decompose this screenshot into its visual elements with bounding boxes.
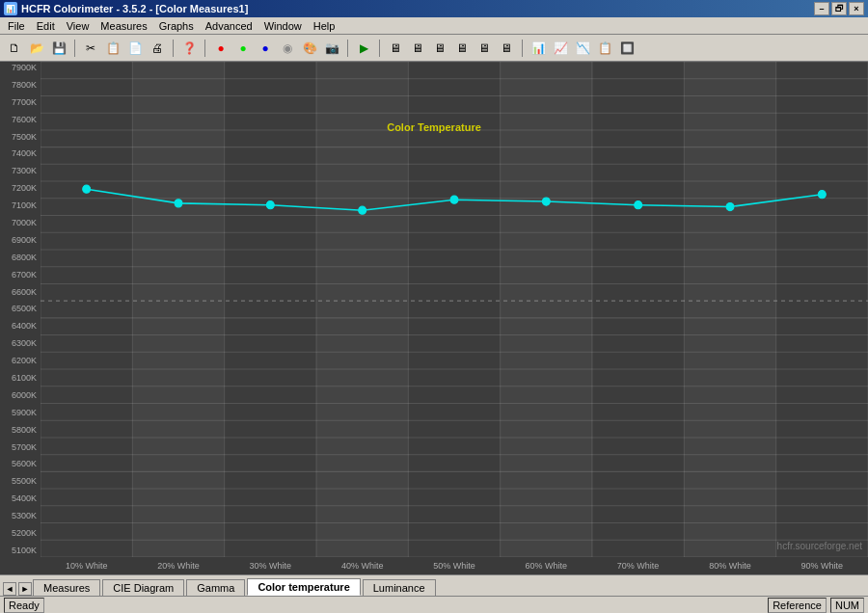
open-button[interactable]: 📂 [26,38,47,59]
title-bar: 📊 HCFR Colorimeter - 3.5.2 - [Color Meas… [0,0,868,17]
y-label-5100K: 5100K [2,546,39,555]
svg-point-44 [83,185,91,193]
toolbar-sep-2 [173,40,174,57]
display6-button[interactable]: 🖥 [496,38,517,59]
view5-button[interactable]: 🔲 [616,38,637,59]
tab-prev-button[interactable]: ◄ [3,582,16,596]
display3-button[interactable]: 🖥 [429,38,450,59]
svg-point-51 [726,202,734,210]
tab-cie-diagram[interactable]: CIE Diagram [102,579,184,596]
y-label-5600K: 5600K [2,460,39,468]
paste-button[interactable]: 📄 [124,38,146,59]
tab-bar: ◄ ► MeasuresCIE DiagramGammaColor temper… [0,574,868,596]
copy-button[interactable]: 📋 [102,38,123,59]
menu-item-window[interactable]: Window [258,18,308,34]
display1-button[interactable]: 🖥 [385,38,406,59]
view3-button[interactable]: 📉 [572,38,593,59]
x-label-8: 90% White [776,561,868,571]
status-reference: Reference [768,598,827,613]
y-label-7600K: 7600K [2,116,39,124]
x-label-4: 50% White [408,561,500,571]
status-num: NUM [830,598,864,613]
print-button[interactable]: 🖨 [147,38,168,59]
title-bar-buttons: – 🗗 × [814,2,864,15]
color5-button[interactable]: 🎨 [299,38,320,59]
save-button[interactable]: 💾 [48,38,69,59]
toolbar: 🗋 📂 💾 ✂ 📋 📄 🖨 ❓ ● ● ● ◉ 🎨 📷 ▶ 🖥 🖥 🖥 🖥 🖥 … [0,35,868,62]
menu-item-measures[interactable]: Measures [95,18,152,34]
color3-button[interactable]: ● [255,38,276,59]
svg-point-47 [359,206,366,214]
status-left: Ready [4,598,44,613]
view1-button[interactable]: 📊 [528,38,549,59]
start-button[interactable]: ▶ [353,38,374,59]
display4-button[interactable]: 🖥 [451,38,473,59]
x-label-2: 30% White [225,561,316,571]
tab-gamma[interactable]: Gamma [186,579,245,596]
minimize-button[interactable]: – [814,2,829,15]
y-label-7200K: 7200K [2,184,39,193]
x-label-1: 20% White [132,561,224,571]
y-label-6700K: 6700K [2,271,39,280]
tab-luminance[interactable]: Luminance [363,579,436,596]
y-label-6100K: 6100K [2,374,39,383]
x-axis-spacer [0,557,41,574]
menu-item-edit[interactable]: Edit [31,18,61,34]
tab-measures[interactable]: Measures [33,579,100,596]
restore-button[interactable]: 🗗 [831,2,847,15]
menu-item-view[interactable]: View [61,18,95,34]
display2-button[interactable]: 🖥 [407,38,428,59]
x-axis: 10% White20% White30% White40% White50% … [0,557,868,574]
y-label-6200K: 6200K [2,357,39,365]
svg-point-46 [266,201,274,209]
view2-button[interactable]: 📈 [550,38,571,59]
svg-point-49 [542,198,550,205]
menu-item-help[interactable]: Help [308,18,341,34]
y-label-5300K: 5300K [2,512,39,520]
cut-button[interactable]: ✂ [80,38,101,59]
y-label-7500K: 7500K [2,133,39,142]
help-button[interactable]: ❓ [178,38,200,59]
x-label-7: 80% White [684,561,775,571]
tab-color-temperature[interactable]: Color temperature [247,578,360,596]
view4-button[interactable]: 📋 [594,38,615,59]
color2-button[interactable]: ● [232,38,254,59]
color4-button[interactable]: ◉ [277,38,298,59]
svg-point-48 [450,196,458,203]
menu-item-graphs[interactable]: Graphs [153,18,200,34]
x-label-5: 60% White [501,561,592,571]
toolbar-sep-3 [204,40,205,57]
main-content: Color Temperature 7900K7800K7700K7600K75… [0,62,868,574]
window-title: HCFR Colorimeter - 3.5.2 - [Color Measur… [21,3,248,14]
y-label-7400K: 7400K [2,149,39,158]
status-ready: Ready [4,598,44,613]
y-label-7300K: 7300K [2,167,39,175]
y-label-7100K: 7100K [2,201,39,210]
y-label-6300K: 6300K [2,339,39,348]
menu-item-advanced[interactable]: Advanced [200,18,258,34]
menu-item-file[interactable]: File [2,18,31,34]
toolbar-sep-5 [379,40,380,57]
y-label-5200K: 5200K [2,529,39,538]
display5-button[interactable]: 🖥 [474,38,495,59]
camera-button[interactable]: 📷 [321,38,342,59]
status-right: Reference NUM [768,598,864,613]
toolbar-group-file: 🗋 📂 💾 [4,38,69,59]
svg-point-50 [635,201,642,209]
app-icon: 📊 [4,2,17,15]
y-label-7700K: 7700K [2,98,39,107]
menu-bar: FileEditViewMeasuresGraphsAdvancedWindow… [0,17,868,35]
tab-next-button[interactable]: ► [18,582,32,596]
x-label-6: 70% White [592,561,684,571]
title-bar-left: 📊 HCFR Colorimeter - 3.5.2 - [Color Meas… [4,2,248,15]
y-label-6500K: 6500K [2,305,39,313]
toolbar-group-view: 📊 📈 📉 📋 🔲 [528,38,637,59]
toolbar-sep-6 [522,40,523,57]
y-label-6800K: 6800K [2,253,39,262]
close-button[interactable]: × [849,2,864,15]
x-label-3: 40% White [316,561,408,571]
color1-button[interactable]: ● [210,38,231,59]
new-button[interactable]: 🗋 [4,38,25,59]
chart-inner: hcfr.sourceforge.net [41,62,868,557]
x-labels: 10% White20% White30% White40% White50% … [41,557,868,574]
